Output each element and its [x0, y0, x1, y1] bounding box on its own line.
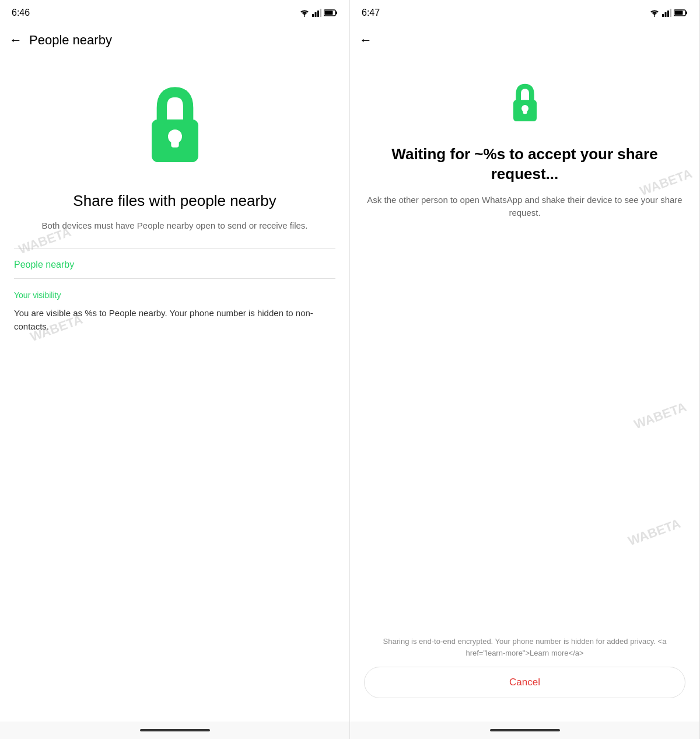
screen-2: 6:47 ← [350, 0, 700, 739]
battery-icon-2 [674, 9, 688, 17]
your-visibility-header: Your visibility [14, 279, 335, 304]
status-bar-1: 6:46 [0, 0, 349, 23]
svg-point-11 [654, 15, 655, 16]
battery-icon-1 [324, 9, 338, 17]
svg-rect-10 [171, 136, 178, 148]
lock-icon-2 [502, 80, 548, 127]
back-button-1[interactable]: ← [9, 33, 22, 48]
waiting-subtitle: Ask the other person to open WhatsApp an… [364, 194, 685, 220]
lock-icon-container-2 [502, 80, 548, 127]
svg-point-0 [304, 15, 305, 16]
wifi-icon-1 [299, 9, 310, 17]
wifi-icon-2 [649, 9, 660, 17]
screen-1: 6:46 ← Peo [0, 0, 350, 739]
page-title-1: People nearby [29, 33, 112, 48]
status-icons-1 [299, 9, 338, 17]
svg-rect-17 [675, 11, 683, 15]
cancel-button[interactable]: Cancel [364, 667, 685, 698]
status-time-2: 6:47 [362, 8, 380, 18]
svg-rect-21 [523, 108, 527, 114]
svg-rect-1 [312, 14, 314, 17]
svg-rect-13 [665, 12, 667, 17]
main-title-1: Share files with people nearby [73, 191, 276, 211]
screen2-main: Waiting for ~%s to accept your share req… [364, 69, 685, 710]
status-time-1: 6:46 [12, 8, 30, 18]
svg-rect-6 [325, 11, 333, 15]
signal-icon-2 [662, 9, 671, 17]
svg-rect-3 [317, 10, 319, 17]
nav-indicator-2 [350, 722, 699, 739]
people-nearby-item[interactable]: People nearby [14, 249, 335, 279]
lock-icon-container-1 [128, 80, 222, 174]
waiting-title: Waiting for ~%s to accept your share req… [364, 145, 685, 184]
app-bar-2: ← [350, 23, 699, 57]
svg-rect-4 [320, 9, 322, 17]
lock-icon-1 [128, 80, 222, 174]
content-1: Share files with people nearby Both devi… [0, 57, 349, 722]
svg-rect-12 [662, 14, 664, 17]
app-bar-1: ← People nearby [0, 23, 349, 57]
signal-icon-1 [312, 9, 321, 17]
status-bar-2: 6:47 [350, 0, 699, 23]
back-button-2[interactable]: ← [359, 33, 372, 48]
your-visibility-label: Your visibility [14, 290, 335, 300]
people-nearby-label: People nearby [14, 260, 74, 269]
nav-indicator-1 [0, 722, 349, 739]
status-icons-2 [649, 9, 688, 17]
visibility-text: You are visible as %s to People nearby. … [14, 304, 335, 335]
bottom-section: Sharing is end-to-end encrypted. Your ph… [364, 636, 685, 698]
svg-rect-15 [670, 9, 672, 17]
svg-rect-7 [336, 12, 338, 15]
nav-bar-1 [140, 729, 210, 731]
svg-rect-14 [667, 10, 669, 17]
nav-bar-2 [490, 729, 560, 731]
encryption-text: Sharing is end-to-end encrypted. Your ph… [364, 636, 685, 659]
content-2: Waiting for ~%s to accept your share req… [350, 57, 699, 722]
svg-rect-18 [686, 12, 688, 15]
main-subtitle-1: Both devices must have People nearby ope… [41, 219, 307, 233]
svg-rect-2 [315, 12, 317, 17]
screen1-main: Share files with people nearby Both devi… [14, 69, 335, 335]
